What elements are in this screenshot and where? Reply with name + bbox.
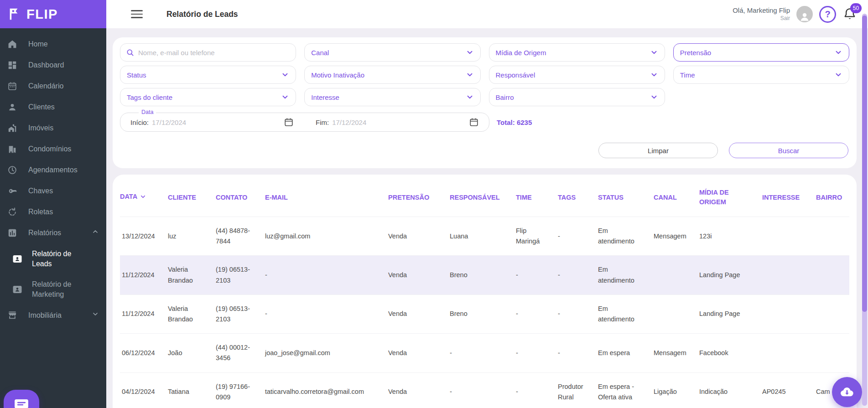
filters-panel: Canal Mídia de Origem [113, 37, 857, 168]
cell-interesse [762, 217, 816, 256]
column-header-label: BAIRRO [816, 194, 842, 201]
cell-canal: Ligação [654, 372, 699, 408]
search-input[interactable] [138, 49, 290, 57]
filter-dropdown[interactable]: Responsável [489, 66, 665, 84]
page-title: Relatório de Leads [166, 10, 238, 19]
column-header[interactable]: PRETENSÃO [388, 176, 450, 217]
filter-dropdown-label: Responsável [496, 71, 535, 79]
table-row[interactable]: 04/12/2024 Tatiana (19) 97166-0909 tatic… [120, 372, 849, 408]
sidebar-item[interactable]: Relatórios [0, 222, 106, 243]
column-header[interactable]: MÍDIA DE ORIGEM [699, 176, 762, 217]
cell-email: luz@gmail.com [265, 217, 388, 256]
sidebar-item[interactable]: Home [0, 34, 106, 55]
sidebar-item[interactable]: Relatório de Marketing [0, 274, 106, 305]
cell-contato: (44) 84878-7844 [216, 217, 265, 256]
table-row[interactable]: 06/12/2024 João (44) 00012-3456 joao_jos… [120, 334, 849, 372]
cell-email: taticarvalho.corretora@gmail.com [265, 372, 388, 408]
filter-dropdown[interactable]: Canal [304, 43, 480, 62]
column-header[interactable]: CLIENTE [168, 176, 216, 217]
sidebar-item[interactable]: Imobiliária [0, 305, 106, 325]
notifications-button[interactable]: 50 [842, 7, 857, 21]
cell-interesse [762, 294, 816, 333]
chevron-down-icon [281, 71, 289, 79]
column-header[interactable]: TIME [516, 176, 558, 217]
cell-responsavel: Breno [450, 294, 516, 333]
menu-icon[interactable] [131, 10, 143, 18]
scrollbar-thumb[interactable] [862, 15, 867, 312]
sidebar-item[interactable]: Condomínios [0, 139, 106, 160]
sidebar-item[interactable]: Imóveis [0, 118, 106, 139]
column-header[interactable]: E-MAIL [265, 176, 388, 217]
sidebar-item[interactable]: Calendário [0, 76, 106, 97]
sidebar-item-icon [7, 60, 17, 70]
help-glyph: ? [825, 9, 830, 20]
filter-dropdown[interactable]: Interesse [304, 88, 480, 106]
filter-dropdown[interactable]: Pretensão [673, 43, 849, 62]
cell-cliente: Valeria Brandao [168, 294, 216, 333]
filter-dropdown[interactable]: Motivo Inativação [304, 66, 480, 84]
calendar-icon[interactable] [469, 117, 479, 127]
filter-dropdown[interactable]: Time [673, 66, 849, 84]
calendar-icon[interactable] [284, 117, 294, 127]
filter-dropdown[interactable]: Mídia de Origem [489, 43, 665, 62]
cell-interesse [762, 334, 816, 372]
filter-dropdown-label: Status [127, 71, 146, 79]
column-header[interactable]: INTERESSE [762, 176, 816, 217]
column-header[interactable]: TAGS [558, 176, 598, 217]
column-header[interactable]: DATA [120, 176, 168, 217]
filter-dropdown[interactable]: Tags do cliente [120, 88, 296, 106]
date-end-input[interactable]: Fim: 17/12/2024 [316, 117, 479, 127]
chat-button[interactable] [4, 390, 39, 408]
help-icon[interactable]: ? [819, 6, 836, 23]
cell-midia-origem: 123i [699, 217, 762, 256]
sidebar-item-icon [7, 39, 17, 49]
person-icon [799, 10, 811, 22]
cell-cliente: Tatiana [168, 372, 216, 408]
export-download-button[interactable] [832, 377, 862, 407]
column-header-label: DATA [120, 193, 137, 200]
logout-link[interactable]: Sair [733, 15, 790, 22]
cell-status: Em atendimento [598, 294, 654, 333]
sidebar-item-label: Dashboard [28, 60, 64, 70]
sidebar-item-icon [7, 228, 17, 238]
table-body: 13/12/2024 luz (44) 84878-7844 luz@gmail… [120, 217, 849, 408]
column-header[interactable]: RESPONSÁVEL [450, 176, 516, 217]
cell-status: Em espera - Oferta ativa [598, 372, 654, 408]
sidebar-item-label: Roletas [28, 207, 53, 217]
filter-dropdown[interactable]: Bairro [489, 88, 665, 106]
date-start-input[interactable]: Início: 17/12/2024 [130, 117, 294, 127]
brand-logo[interactable]: FLIP [0, 0, 106, 28]
sidebar-item[interactable]: Dashboard [0, 55, 106, 76]
chevron-down-icon [281, 93, 289, 101]
column-header[interactable]: CONTATO [216, 176, 265, 217]
search-button[interactable]: Buscar [729, 143, 848, 158]
sidebar-item[interactable]: Chaves [0, 181, 106, 201]
column-header-label: TIME [516, 194, 532, 201]
cell-bairro [816, 217, 849, 256]
sidebar-item[interactable]: Roletas [0, 201, 106, 222]
sort-icon[interactable] [140, 193, 146, 203]
date-end-value: 17/12/2024 [332, 119, 366, 126]
chevron-down-icon [92, 310, 99, 320]
page-scrollbar[interactable] [862, 14, 867, 406]
sidebar-item-icon [12, 284, 23, 295]
sidebar-item[interactable]: Clientes [0, 97, 106, 118]
table-row[interactable]: 11/12/2024 Valeria Brandao (19) 06513-21… [120, 294, 849, 333]
sidebar-item-label: Chaves [28, 186, 53, 196]
sidebar-item[interactable]: Agendamentos [0, 160, 106, 181]
column-header-label: RESPONSÁVEL [450, 194, 500, 201]
table-row[interactable]: 11/12/2024 Valeria Brandao (19) 06513-21… [120, 256, 849, 294]
table-row[interactable]: 13/12/2024 luz (44) 84878-7844 luz@gmail… [120, 217, 849, 256]
cell-pretensao: Venda [388, 372, 450, 408]
column-header[interactable]: CANAL [654, 176, 699, 217]
clear-button[interactable]: Limpar [598, 143, 718, 158]
avatar[interactable] [796, 6, 813, 22]
filter-dropdown[interactable]: Status [120, 66, 296, 84]
sidebar-item-label: Relatório de Leads [32, 249, 83, 269]
cell-interesse: AP0245 [762, 372, 816, 408]
column-header[interactable]: STATUS [598, 176, 654, 217]
cell-data: 11/12/2024 [120, 294, 168, 333]
sidebar-item[interactable]: Relatório de Leads [0, 243, 106, 274]
cell-midia-origem: Landing Page [699, 294, 762, 333]
column-header[interactable]: BAIRRO [816, 176, 849, 217]
